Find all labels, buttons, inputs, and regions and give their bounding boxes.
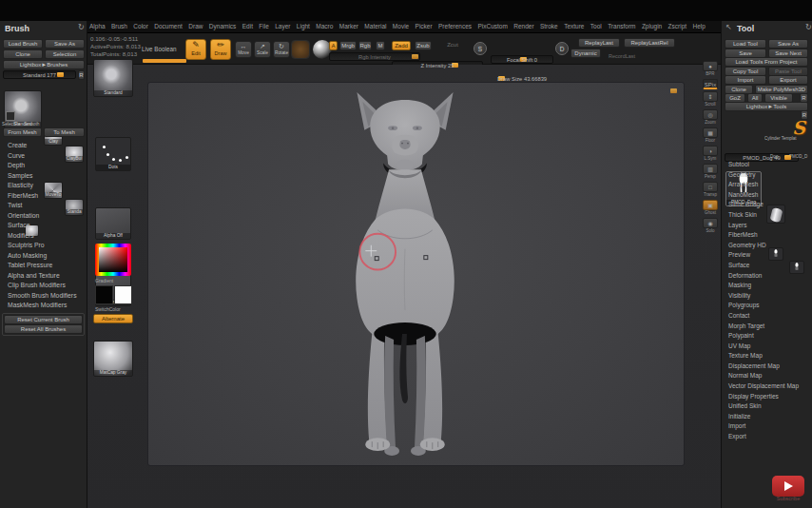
menu-item[interactable]: File	[259, 23, 268, 29]
sv-square[interactable]	[99, 247, 127, 272]
menu-item[interactable]: Zscript	[668, 23, 687, 29]
rgb-intensity-slider[interactable]: Rgb Intensity	[329, 52, 420, 61]
menu-item[interactable]: Layer	[275, 23, 290, 29]
zcut-button[interactable]: Zcut	[445, 41, 460, 50]
menu-item[interactable]: Stroke	[540, 23, 558, 29]
reset-all-brushes-button[interactable]: Reset All Brushes	[4, 324, 83, 334]
to-mesh-button[interactable]: To Mesh	[44, 127, 85, 137]
tool-section-item[interactable]: Geometry HD	[728, 241, 812, 251]
tool-section-item[interactable]: Thick Skin	[728, 210, 812, 221]
tray-alpha-thumbnail[interactable]: Alpha Off	[95, 207, 131, 240]
clone-brush-button[interactable]: Clone	[3, 49, 43, 59]
menu-item[interactable]: Document	[154, 23, 183, 29]
menu-item[interactable]: Color	[133, 23, 148, 29]
slider-handle[interactable]	[670, 88, 677, 93]
shelf-item[interactable]: SPix 3	[702, 79, 719, 89]
menu-item[interactable]: Render	[513, 23, 533, 29]
rgb-button[interactable]: Rgb	[358, 41, 372, 50]
brush-section-item[interactable]: Alpha and Texture	[8, 271, 86, 282]
tray-brush-thumbnail[interactable]: Standard	[93, 59, 133, 97]
shelf-item[interactable]: ▦ Floor	[702, 127, 719, 144]
tool-section-item[interactable]: Display Properties	[728, 392, 812, 402]
shelf-item[interactable]: ⇕ Scroll	[702, 91, 719, 107]
refresh-icon[interactable]: ↻	[805, 23, 812, 31]
replay-last-button[interactable]: ReplayLast	[578, 38, 620, 48]
menu-item[interactable]: Tool	[590, 23, 602, 29]
shelf-item[interactable]: ◑ L.Sym	[702, 146, 719, 162]
move-button[interactable]: ↔Move	[235, 41, 252, 58]
rotate-button[interactable]: ↻Rotate	[273, 41, 290, 58]
brush-section-item[interactable]: FiberMesh	[8, 191, 86, 202]
from-mesh-button[interactable]: From Mesh	[3, 127, 42, 137]
shelf-item[interactable]: ▥ Persp	[702, 164, 719, 180]
brush-section-item[interactable]: Orientation	[8, 211, 86, 222]
dog-model[interactable]	[315, 88, 495, 461]
draw-size-slider[interactable]: Draw Size 43.66839	[491, 74, 553, 83]
lightbox-brushes-button[interactable]: Lightbox►Brushes	[3, 60, 85, 69]
menu-item[interactable]: Marker	[339, 23, 358, 29]
load-brush-button[interactable]: Load Brush	[3, 39, 43, 49]
tool-section-item[interactable]: NanoMesh	[728, 190, 812, 201]
a-toggle-button[interactable]: A	[329, 41, 338, 50]
menu-item[interactable]: Help	[692, 23, 705, 29]
brush-section-item[interactable]: Modifiers	[8, 231, 86, 242]
shelf-item[interactable]: ▣ Ghost	[702, 200, 719, 216]
focal-shift-slider[interactable]: Focal Shift 0	[491, 55, 553, 64]
tool-section-item[interactable]: Layers	[728, 221, 812, 231]
tool-section-item[interactable]: ArrayMesh	[728, 180, 812, 190]
tool-section-item[interactable]: Initialize	[728, 412, 812, 422]
export-button[interactable]: Export	[768, 75, 808, 85]
tool-section-item[interactable]: Displacement Map	[728, 361, 812, 372]
brush-section-item[interactable]: Smooth Brush Modifiers	[8, 291, 86, 302]
load-tools-from-project-button[interactable]: Load Tools From Project	[725, 57, 808, 67]
shelf-item[interactable]: □ Transp	[702, 182, 719, 198]
stroke-preview[interactable]	[291, 40, 310, 59]
menu-item[interactable]: Brush	[111, 23, 127, 29]
brush-section-item[interactable]: Clip Brush Modifiers	[8, 281, 86, 291]
load-tool-button[interactable]: Load Tool	[725, 39, 766, 49]
brush-section-item[interactable]: Curve	[8, 151, 86, 162]
tool-section-item[interactable]: Geometry	[728, 170, 812, 181]
select-rect-checkbox[interactable]	[6, 111, 15, 121]
tool-section-item[interactable]: Unified Skin	[728, 401, 812, 412]
menu-item[interactable]: Material	[364, 23, 386, 29]
selection-button[interactable]: Selection	[45, 49, 85, 59]
tool-section-item[interactable]: Export	[728, 432, 812, 442]
tray-handle[interactable]	[143, 59, 186, 63]
brush-section-item[interactable]: Sculptris Pro	[8, 241, 86, 251]
tool-section-item[interactable]: Texture Map	[728, 351, 812, 361]
zsub-button[interactable]: Zsub	[415, 41, 432, 50]
menu-item[interactable]: Transform	[608, 23, 635, 29]
tool-section-item[interactable]: Subtool	[728, 160, 812, 170]
brush-section-item[interactable]: Elasticity	[8, 181, 86, 191]
draw-button[interactable]: ✏Draw	[210, 39, 231, 60]
tool-section-item[interactable]: Vector Displacement Map	[728, 381, 812, 392]
menu-item[interactable]: Edit	[242, 23, 253, 29]
tool-section-item[interactable]: Slime Bridge	[728, 200, 812, 210]
menu-item[interactable]: Movie	[393, 23, 409, 29]
brush-section-item[interactable]: Create	[8, 141, 86, 151]
sculptris-pro-badge[interactable]: S	[474, 42, 487, 55]
menu-item[interactable]: Draw	[188, 23, 203, 29]
z-intensity-slider[interactable]: Z Intensity 25	[392, 61, 483, 69]
menu-item[interactable]: Zplugin	[642, 23, 662, 29]
brush-r-button[interactable]: R	[78, 70, 85, 80]
menu-item[interactable]: Alpha	[89, 23, 106, 29]
live-boolean-button[interactable]: Live Boolean	[142, 46, 176, 52]
shelf-item[interactable]: ◉ Solo	[702, 218, 719, 234]
brush-section-item[interactable]: Surface	[8, 221, 86, 231]
lightbox-tools-button[interactable]: Lightbox►Tools	[725, 102, 808, 111]
dynamic-button[interactable]: Dynamic	[570, 49, 601, 58]
zadd-button[interactable]: Zadd	[392, 41, 411, 50]
shelf-item[interactable]: ◎ Zoom	[702, 109, 719, 126]
menu-item[interactable]: Picker	[416, 23, 433, 29]
tool-section-item[interactable]: Contact	[728, 311, 812, 322]
menu-item[interactable]: Dynamics	[209, 23, 237, 29]
brush-section-item[interactable]: Tablet Pressure	[8, 261, 86, 271]
tool-section-item[interactable]: Deformation	[728, 271, 812, 282]
main-color-swatch[interactable]	[95, 285, 113, 304]
m-button[interactable]: M	[376, 41, 385, 50]
import-button[interactable]: Import	[725, 75, 766, 85]
menu-item[interactable]: Preferences	[438, 23, 472, 29]
tray-stroke-thumbnail[interactable]: Dots	[95, 137, 131, 171]
